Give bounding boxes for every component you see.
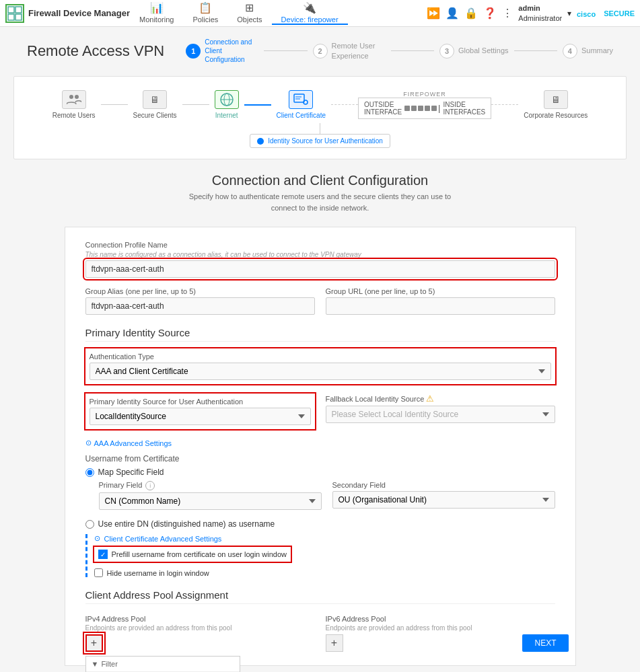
remote-users-icon — [62, 90, 86, 109]
primary-field-select[interactable]: CN (Common Name) — [99, 492, 322, 510]
topo-line-5 — [491, 104, 518, 105]
remote-users-label: Remote Users — [52, 112, 96, 119]
group-alias-input[interactable] — [85, 297, 315, 315]
aaa-advanced-link[interactable]: ⊙ AAA Advanced Settings — [85, 439, 555, 447]
next-button[interactable]: NEXT — [522, 634, 568, 652]
section-title: Connection and Client Configuration — [27, 173, 613, 188]
ipv4-pool-hint: Endpoints are provided an address from t… — [85, 624, 315, 632]
prefill-label: Prefill username from certificate on use… — [112, 550, 287, 558]
user-icon[interactable]: 👤 — [446, 7, 459, 20]
page-title: Remote Access VPN — [27, 42, 164, 60]
group-url-label: Group URL (one per line, up to 5) — [326, 287, 555, 295]
group-url-input[interactable] — [326, 297, 555, 315]
step-label-2: Remote User Experience — [332, 41, 386, 61]
connection-profile-input[interactable] — [85, 260, 555, 278]
use-dn-radio[interactable] — [85, 520, 94, 529]
use-dn-radio-row: Use entire DN (distinguished name) as us… — [85, 519, 555, 529]
step-divider-2 — [391, 50, 434, 51]
aaa-circle-icon: ⊙ — [85, 439, 92, 447]
step-label-4: Summary — [581, 46, 613, 55]
auth-type-select[interactable]: AAA and Client Certificate AAA Only Clie… — [90, 363, 551, 380]
more-icon[interactable]: ⋮ — [502, 7, 513, 20]
topo-ports: | — [404, 103, 440, 113]
nav-monitoring[interactable]: 📊 Monitoring — [130, 1, 183, 25]
help-icon[interactable]: ❓ — [483, 7, 497, 20]
dropdown-filter: ▼ Filter — [86, 657, 240, 672]
topo-line-1 — [101, 104, 128, 105]
step-circle-4: 4 — [563, 44, 577, 59]
primary-field-col: Primary Field i CN (Common Name) — [99, 481, 322, 510]
client-cert-advanced-section: ⊙ Client Certificate Advanced Settings ✓… — [85, 534, 555, 577]
user-info: admin Administrator — [518, 3, 562, 23]
group-alias-col: Group Alias (one per line, up to 5) — [85, 287, 315, 315]
nav-device-label: Device: firepower — [281, 15, 339, 24]
firepower-box: OUTSIDEINTERFACE | INSIDEINTERFACES — [358, 98, 491, 119]
identity-dot — [257, 138, 264, 145]
nav-device[interactable]: 🔌 Device: firepower — [272, 1, 348, 25]
nav-monitoring-label: Monitoring — [139, 15, 174, 24]
client-cert-advanced-header[interactable]: ⊙ Client Certificate Advanced Settings — [94, 534, 555, 543]
ipv6-add-button[interactable]: + — [326, 634, 343, 652]
policies-icon: 📋 — [199, 1, 212, 14]
topo-line-2 — [182, 104, 209, 105]
port-dot-1 — [404, 106, 410, 111]
deploy-icon[interactable]: ⏩ — [427, 7, 440, 20]
step-circle-1: 1 — [186, 44, 201, 59]
port-dot-2 — [411, 106, 417, 111]
secondary-field-select[interactable]: OU (Organisational Unit) — [332, 491, 555, 509]
svg-rect-0 — [8, 7, 14, 13]
filter-icon: ▼ — [92, 660, 99, 668]
group-url-col: Group URL (one per line, up to 5) — [326, 287, 555, 315]
wizard-step-3: 3 Global Settings — [439, 44, 509, 59]
topo-line-3 — [244, 104, 271, 106]
identity-source-row: Primary Identity Source for User Authent… — [85, 394, 555, 429]
fallback-select[interactable]: Please Select Local Identity Source — [326, 406, 555, 423]
ipv6-pool-label: IPv6 Address Pool — [326, 615, 555, 623]
primary-field-info-icon[interactable]: i — [145, 481, 155, 490]
identity-label: Identity Source for User Authentication — [268, 137, 383, 145]
pool-section-title: Client Address Pool Assignment — [85, 589, 555, 604]
auth-type-group: Authentication Type AAA and Client Certi… — [85, 348, 555, 384]
lock-icon[interactable]: 🔒 — [464, 7, 478, 20]
connection-profile-group: Connection Profile Name This name is con… — [85, 241, 555, 278]
primary-source-select[interactable]: LocalIdentitySource — [90, 408, 311, 425]
inside-ifaces-label: INSIDEINTERFACES — [443, 101, 485, 116]
svg-rect-1 — [15, 7, 22, 13]
user-dropdown-arrow[interactable]: ▾ — [567, 9, 571, 18]
app-logo-icon — [5, 4, 24, 23]
section-subtitle: Specify how to authenticate remote users… — [186, 191, 455, 213]
hide-username-checkbox[interactable] — [94, 568, 103, 577]
primary-source-col: Primary Identity Source for User Authent… — [85, 394, 315, 429]
svg-point-6 — [75, 95, 79, 99]
ipv4-add-button[interactable]: + — [85, 634, 103, 652]
nav-objects[interactable]: ⊞ Objects — [227, 1, 271, 25]
advanced-collapse-icon: ⊙ — [94, 534, 100, 543]
internet-label: Internet — [215, 112, 238, 119]
topo-remote-users: Remote Users — [47, 87, 101, 122]
firepower-label: FIREPOWER — [403, 91, 446, 98]
map-specific-radio[interactable] — [85, 468, 94, 477]
group-alias-label: Group Alias (one per line, up to 5) — [85, 287, 315, 295]
aaa-link-label: AAA Advanced Settings — [94, 439, 172, 447]
outside-iface-label: OUTSIDEINTERFACE — [364, 101, 402, 116]
cisco-logo: cisco SECURE — [577, 8, 635, 19]
group-row: Group Alias (one per line, up to 5) Grou… — [85, 287, 555, 315]
step-divider-1 — [264, 50, 307, 51]
prefill-checkbox[interactable]: ✓ — [98, 550, 108, 559]
svg-text:cisco: cisco — [577, 10, 596, 18]
filter-label: Filter — [101, 660, 117, 668]
hide-username-checkbox-row: Hide username in login window — [94, 568, 555, 577]
objects-icon: ⊞ — [245, 1, 254, 14]
hide-username-label: Hide username in login window — [107, 569, 209, 577]
ipv6-pool-hint: Endpoints are provided an address from t… — [326, 624, 555, 632]
advanced-section-label: Client Certificate Advanced Settings — [104, 535, 222, 543]
nav-objects-label: Objects — [237, 15, 262, 24]
monitoring-icon: 📊 — [150, 1, 164, 14]
user-role: Administrator — [518, 13, 562, 23]
wizard-step-1: 1 Connection and Client Configuration — [186, 38, 258, 64]
wizard-step-4: 4 Summary — [563, 44, 613, 59]
map-specific-radio-row: Map Specific Field — [85, 468, 555, 477]
nav-policies[interactable]: 📋 Policies — [183, 1, 227, 25]
nav-items: 📊 Monitoring 📋 Policies ⊞ Objects 🔌 Devi… — [130, 1, 348, 25]
svg-rect-10 — [294, 94, 304, 102]
